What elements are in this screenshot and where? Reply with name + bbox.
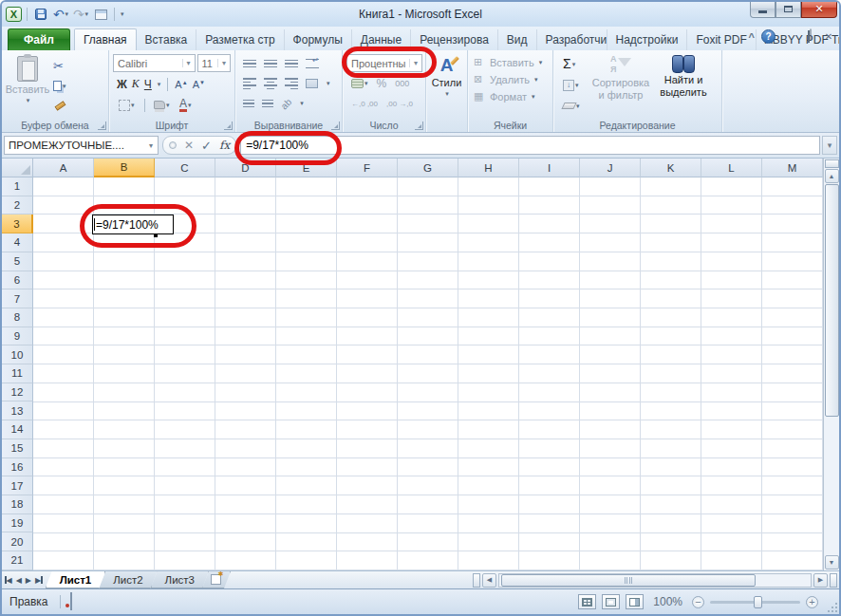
ribbon-tab[interactable]: Формулы <box>285 29 352 50</box>
cell-b3-edit-box[interactable]: =9/17*100% <box>92 215 174 234</box>
column-header[interactable]: I <box>519 159 580 177</box>
autosum-button[interactable]: Σ▾ <box>561 56 582 72</box>
macro-record-button[interactable] <box>70 593 72 610</box>
column-header[interactable]: H <box>458 159 519 177</box>
cells-action-button[interactable]: ⊠ Удалить ▾ <box>474 73 549 85</box>
page-break-view-button[interactable] <box>626 594 644 609</box>
row-header[interactable]: 13 <box>2 401 33 420</box>
column-header[interactable]: C <box>155 159 215 177</box>
column-header[interactable]: A <box>33 159 94 177</box>
comma-style-button[interactable]: 000 <box>395 79 409 88</box>
table-mode-button[interactable] <box>92 6 109 23</box>
paste-button[interactable]: Вставить ▾ <box>4 52 51 117</box>
cells-action-button[interactable]: ▦ Формат ▾ <box>474 90 549 103</box>
ribbon-tab[interactable]: Файл <box>8 28 70 50</box>
collapse-ribbon-icon[interactable]: ^ <box>749 31 755 43</box>
minimize-button[interactable] <box>750 0 776 18</box>
confirm-entry-button[interactable]: ✓ <box>201 139 212 153</box>
row-header[interactable]: 21 <box>2 551 33 570</box>
format-painter-button[interactable] <box>51 98 72 114</box>
horizontal-scroll-thumb[interactable] <box>501 574 756 587</box>
row-header[interactable]: 10 <box>2 345 33 364</box>
last-sheet-button[interactable]: ▶ <box>35 576 43 585</box>
column-header[interactable]: B <box>94 159 155 177</box>
close-button[interactable]: ✕ <box>801 0 837 18</box>
scroll-left-button[interactable]: ◀ <box>482 573 496 588</box>
tab-split-handle[interactable] <box>473 573 480 588</box>
column-header[interactable]: E <box>276 159 337 177</box>
borders-button[interactable]: ▾ <box>117 97 138 113</box>
wrap-text-icon[interactable] <box>306 59 319 68</box>
align-bottom-button[interactable] <box>285 60 298 68</box>
find-select-button[interactable]: Найти и выделить <box>652 54 715 117</box>
scroll-right-button[interactable]: ▶ <box>813 573 828 588</box>
undo-button[interactable]: ↶▾ <box>52 6 69 23</box>
underline-button[interactable]: Ч <box>144 78 152 91</box>
name-box[interactable]: ПРОМЕЖУТОЧНЫЕ.... ▾ <box>4 136 159 155</box>
row-header[interactable]: 17 <box>2 476 33 495</box>
row-header[interactable]: 18 <box>2 495 33 514</box>
scroll-down-button[interactable]: ▼ <box>825 555 839 569</box>
fill-button[interactable]: ↓▾ <box>561 77 582 93</box>
zoom-in-button[interactable]: + <box>806 596 818 608</box>
first-sheet-button[interactable]: ◀ <box>5 576 12 585</box>
vertical-split-handle[interactable] <box>825 159 839 168</box>
next-sheet-button[interactable]: ▶ <box>26 576 31 585</box>
align-top-button[interactable] <box>243 60 256 68</box>
column-header[interactable]: K <box>641 159 701 177</box>
ribbon-tab[interactable]: Главная <box>74 28 137 50</box>
row-header[interactable]: 9 <box>2 327 33 346</box>
vertical-scroll-thumb[interactable] <box>825 184 839 417</box>
cancel-entry-button[interactable]: ✕ <box>184 139 194 152</box>
cells-grid[interactable]: =9/17*100% <box>33 177 823 570</box>
row-header[interactable]: 2 <box>2 196 33 215</box>
workbook-close-button[interactable]: ✕ <box>822 31 835 42</box>
cell-styles-icon[interactable]: А <box>440 56 454 75</box>
sort-filter-button[interactable]: А Я Сортировка и фильтр <box>589 54 652 117</box>
font-name-combo[interactable]: Calibri ▾ <box>113 54 196 72</box>
horizontal-scrollbar[interactable] <box>498 573 812 588</box>
zoom-slider[interactable] <box>710 601 800 604</box>
page-layout-view-button[interactable] <box>602 594 620 609</box>
row-header[interactable]: 6 <box>2 271 33 290</box>
align-center-button[interactable] <box>264 78 277 89</box>
ribbon-tab[interactable]: Данные <box>352 29 411 50</box>
row-header[interactable]: 16 <box>2 458 33 477</box>
decrease-decimal-button[interactable]: ,00 →,0 <box>386 100 413 108</box>
ribbon-tab[interactable]: Вставка <box>137 29 197 50</box>
align-left-button[interactable] <box>243 78 256 89</box>
shrink-font-button[interactable]: А▼ <box>193 79 205 90</box>
fill-color-button[interactable]: ▾ <box>152 97 173 113</box>
cells-action-button[interactable]: ⊞ Вставить ▾ <box>474 56 549 68</box>
sheet-tab[interactable]: Лист3 <box>151 571 209 588</box>
font-size-combo[interactable]: 11 ▾ <box>197 54 231 72</box>
ribbon-tab[interactable]: Разработчик <box>537 29 607 50</box>
ribbon-tab[interactable]: Рецензирова <box>411 29 498 50</box>
resize-grip[interactable] <box>827 602 838 613</box>
insert-function-button[interactable]: fx <box>219 139 230 152</box>
row-header[interactable]: 5 <box>2 252 33 271</box>
save-button[interactable] <box>32 6 49 23</box>
column-header[interactable]: M <box>762 159 823 177</box>
ribbon-tab[interactable]: Надстройки <box>607 29 688 50</box>
align-right-button[interactable] <box>285 78 298 89</box>
cut-button[interactable]: ✂ <box>51 58 72 74</box>
scroll-up-button[interactable]: ▲ <box>825 169 839 183</box>
sheet-tab[interactable]: Лист1 <box>46 571 106 588</box>
row-header[interactable]: 12 <box>2 383 33 402</box>
row-header[interactable]: 1 <box>2 177 33 196</box>
select-all-corner[interactable] <box>2 159 33 177</box>
column-header[interactable]: D <box>215 159 276 177</box>
column-header[interactable]: F <box>337 159 398 177</box>
excel-app-icon[interactable]: X <box>6 7 22 22</box>
align-middle-button[interactable] <box>264 60 277 68</box>
column-header[interactable]: J <box>580 159 641 177</box>
row-header[interactable]: 8 <box>2 308 33 327</box>
vertical-scrollbar[interactable]: ▲ ▼ <box>823 159 839 570</box>
increase-decimal-button[interactable]: ←,0 ,00 <box>351 100 378 108</box>
redo-button[interactable]: ↷▾ <box>72 6 89 23</box>
dialog-launcher-icon[interactable] <box>98 121 106 130</box>
number-format-combo[interactable]: Процентны ▾ <box>346 54 422 72</box>
italic-button[interactable]: К <box>132 77 140 91</box>
zoom-out-button[interactable]: − <box>692 596 704 608</box>
